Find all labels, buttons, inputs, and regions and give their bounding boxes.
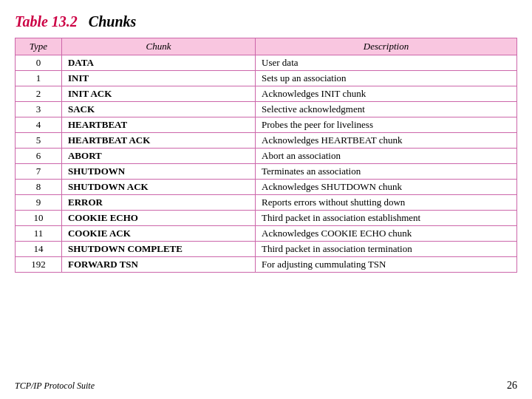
cell-type: 8: [16, 180, 62, 195]
cell-chunk: SHUTDOWN ACK: [61, 180, 255, 195]
cell-chunk: ERROR: [61, 195, 255, 211]
table-row: 5HEARTBEAT ACKAcknowledges HEARTBEAT chu…: [16, 133, 517, 149]
cell-description: Probes the peer for liveliness: [256, 117, 517, 133]
cell-description: For adjusting cummulating TSN: [256, 257, 517, 273]
cell-chunk: HEARTBEAT ACK: [61, 133, 255, 149]
table-row: 192FORWARD TSNFor adjusting cummulating …: [16, 257, 517, 273]
cell-description: Third packet in association establishmen…: [256, 211, 517, 226]
col-header-chunk: Chunk: [61, 38, 255, 55]
table-row: 8SHUTDOWN ACKAcknowledges SHUTDOWN chunk: [16, 180, 517, 195]
cell-type: 11: [16, 226, 62, 242]
footer-page-number: 26: [507, 380, 517, 392]
table-row: 0DATAUser data: [16, 55, 517, 71]
page-footer: TCP/IP Protocol Suite 26: [15, 375, 517, 392]
cell-chunk: FORWARD TSN: [61, 257, 255, 273]
table-row: 4HEARTBEATProbes the peer for liveliness: [16, 117, 517, 133]
cell-description: Third packet in association termination: [256, 242, 517, 257]
page: Table 13.2 Chunks Type Chunk Description…: [0, 0, 532, 399]
table-label: Table 13.2: [15, 13, 78, 30]
cell-chunk: SHUTDOWN: [61, 164, 255, 180]
cell-chunk: INIT: [61, 71, 255, 86]
cell-description: Abort an association: [256, 149, 517, 164]
cell-type: 9: [16, 195, 62, 211]
cell-type: 2: [16, 86, 62, 102]
cell-type: 3: [16, 102, 62, 117]
table-row: 2INIT ACKAcknowledges INIT chunk: [16, 86, 517, 102]
cell-type: 14: [16, 242, 62, 257]
cell-description: Terminates an association: [256, 164, 517, 180]
table-row: 7SHUTDOWNTerminates an association: [16, 164, 517, 180]
cell-description: Acknowledges COOKIE ECHO chunk: [256, 226, 517, 242]
table-row: 11COOKIE ACKAcknowledges COOKIE ECHO chu…: [16, 226, 517, 242]
cell-chunk: DATA: [61, 55, 255, 71]
col-header-description: Description: [256, 38, 517, 55]
cell-type: 7: [16, 164, 62, 180]
footer-left: TCP/IP Protocol Suite: [15, 381, 95, 392]
cell-chunk: SACK: [61, 102, 255, 117]
chunks-table: Type Chunk Description 0DATAUser data1IN…: [15, 38, 517, 273]
table-row: 6ABORTAbort an association: [16, 149, 517, 164]
cell-type: 6: [16, 149, 62, 164]
cell-type: 5: [16, 133, 62, 149]
cell-description: Acknowledges HEARTBEAT chunk: [256, 133, 517, 149]
cell-chunk: COOKIE ACK: [61, 226, 255, 242]
table-row: 3SACKSelective acknowledgment: [16, 102, 517, 117]
cell-description: Acknowledges INIT chunk: [256, 86, 517, 102]
table-row: 9ERRORReports errors without shutting do…: [16, 195, 517, 211]
cell-type: 1: [16, 71, 62, 86]
cell-chunk: ABORT: [61, 149, 255, 164]
cell-type: 0: [16, 55, 62, 71]
cell-description: Reports errors without shutting down: [256, 195, 517, 211]
cell-chunk: INIT ACK: [61, 86, 255, 102]
cell-description: User data: [256, 55, 517, 71]
table-title: Table 13.2 Chunks: [15, 13, 517, 30]
table-row: 1INITSets up an association: [16, 71, 517, 86]
cell-type: 4: [16, 117, 62, 133]
cell-description: Acknowledges SHUTDOWN chunk: [256, 180, 517, 195]
cell-type: 192: [16, 257, 62, 273]
table-row: 10COOKIE ECHOThird packet in association…: [16, 211, 517, 226]
table-name: Chunks: [89, 13, 137, 30]
cell-chunk: SHUTDOWN COMPLETE: [61, 242, 255, 257]
cell-chunk: HEARTBEAT: [61, 117, 255, 133]
cell-chunk: COOKIE ECHO: [61, 211, 255, 226]
table-row: 14SHUTDOWN COMPLETEThird packet in assoc…: [16, 242, 517, 257]
cell-description: Selective acknowledgment: [256, 102, 517, 117]
cell-description: Sets up an association: [256, 71, 517, 86]
cell-type: 10: [16, 211, 62, 226]
col-header-type: Type: [16, 38, 62, 55]
table-header-row: Type Chunk Description: [16, 38, 517, 55]
